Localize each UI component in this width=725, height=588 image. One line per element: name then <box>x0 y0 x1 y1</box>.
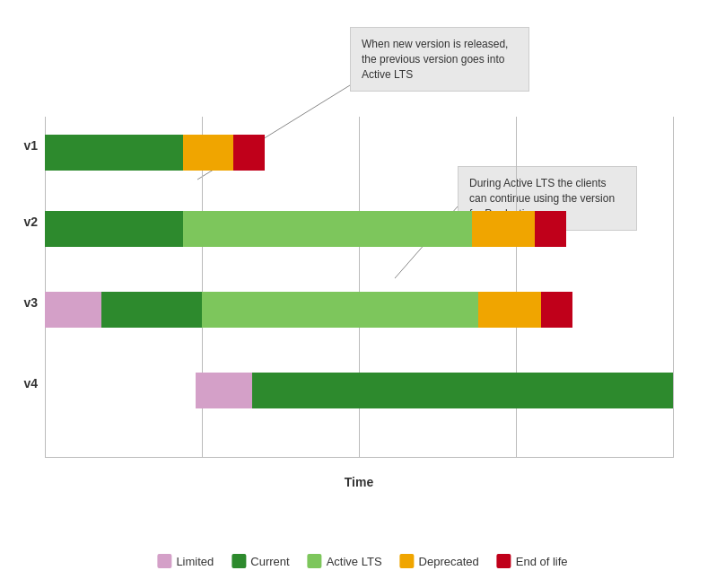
v4-limited <box>196 373 252 408</box>
grid-line-4 <box>673 117 674 458</box>
legend-current: Current <box>231 554 289 568</box>
v1-deprecated <box>183 135 233 171</box>
v2-end-of-life <box>535 211 566 247</box>
y-label-v3: v3 <box>23 295 45 310</box>
v2-active-lts <box>183 211 472 247</box>
legend-label-current: Current <box>250 555 289 568</box>
chart-container: When new version is released, the previo… <box>0 0 725 588</box>
legend-end-of-life: End of life <box>497 554 568 568</box>
legend-label-active-lts: Active LTS <box>327 555 382 568</box>
v4-current <box>252 373 673 408</box>
legend-swatch-limited <box>157 554 171 568</box>
v1-current <box>45 135 183 171</box>
v3-active-lts <box>202 292 478 328</box>
legend-label-limited: Limited <box>176 555 214 568</box>
legend-swatch-current <box>231 554 246 568</box>
bar-row-v1: v1 <box>45 135 673 171</box>
v3-current <box>101 292 202 328</box>
legend-swatch-active-lts <box>308 554 322 568</box>
bar-row-v2: v2 <box>45 211 673 247</box>
v1-end-of-life <box>233 135 265 171</box>
v3-limited <box>45 292 101 328</box>
legend-swatch-end-of-life <box>497 554 511 568</box>
legend-swatch-deprecated <box>400 554 415 568</box>
bar-row-v3: v3 <box>45 292 673 328</box>
v2-deprecated <box>472 211 535 247</box>
chart-area: v1 v2 v3 <box>45 117 673 458</box>
y-label-v1: v1 <box>23 138 45 153</box>
callout-1: When new version is released, the previo… <box>350 27 529 92</box>
callout-1-text: When new version is released, the previo… <box>362 38 508 81</box>
legend-label-end-of-life: End of life <box>516 555 568 568</box>
v3-end-of-life <box>541 292 572 328</box>
legend-limited: Limited <box>157 554 214 568</box>
legend: Limited Current Active LTS Deprecated En… <box>157 554 567 568</box>
x-axis-label: Time <box>345 475 373 489</box>
legend-label-deprecated: Deprecated <box>419 555 479 568</box>
v2-current <box>45 211 183 247</box>
y-label-v4: v4 <box>23 376 45 391</box>
bar-row-v4: v4 <box>45 373 673 408</box>
y-label-v2: v2 <box>23 215 45 229</box>
v3-deprecated <box>478 292 541 328</box>
legend-deprecated: Deprecated <box>400 554 479 568</box>
legend-active-lts: Active LTS <box>308 554 382 568</box>
